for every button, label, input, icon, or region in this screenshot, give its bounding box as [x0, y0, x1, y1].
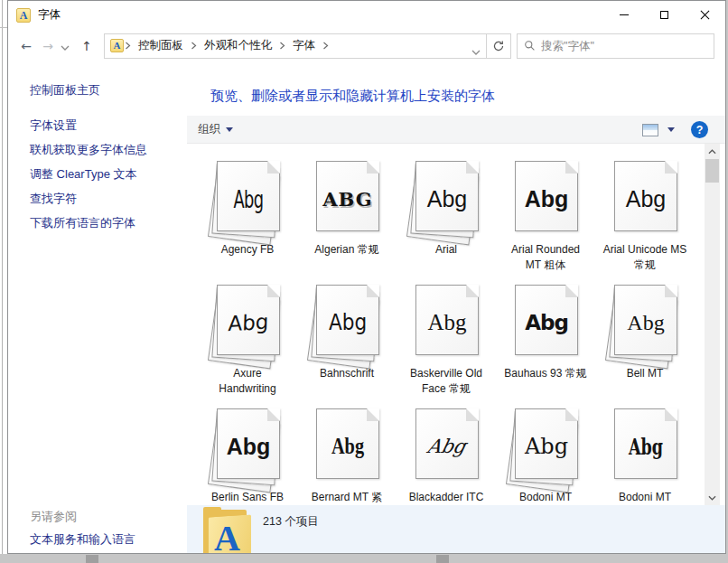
up-button[interactable]: ↑	[75, 39, 98, 53]
font-item[interactable]: Abg Agency FB	[198, 159, 297, 283]
font-item[interactable]: Abg Bahnschrift	[297, 283, 397, 407]
font-preview-glyph: Abg	[516, 286, 577, 354]
organize-button[interactable]: 组织	[198, 122, 233, 137]
minimize-button[interactable]	[603, 1, 644, 29]
sidebar-item[interactable]: 联机获取更多字体信息	[30, 142, 187, 157]
sidebar-item[interactable]: 查找字符	[30, 191, 187, 206]
status-bar: A 213 个项目	[187, 505, 725, 553]
font-item-label: Agency FB	[204, 242, 291, 258]
help-button[interactable]: ?	[691, 121, 708, 138]
breadcrumb-item[interactable]: 控制面板	[134, 38, 188, 53]
background-window-edge	[436, 555, 449, 563]
font-preview-glyph: Abg	[516, 162, 577, 230]
search-box[interactable]	[517, 33, 714, 59]
address-dropdown-chevron[interactable]	[471, 42, 481, 59]
font-item[interactable]: Abg Baskerville Old Face 常规	[397, 283, 496, 407]
font-item-label: Bodoni MT	[602, 490, 688, 505]
font-item[interactable]: Abg Blackadder ITC	[397, 407, 496, 505]
font-preview-glyph: Abg	[217, 284, 281, 356]
font-preview-glyph: Abg	[516, 409, 577, 478]
font-file-icon: Abg	[508, 407, 583, 486]
font-item-label: Bodoni MT	[502, 490, 589, 505]
font-preview-glyph: Abg	[218, 409, 279, 478]
change-view-button[interactable]	[642, 124, 658, 136]
refresh-button[interactable]	[487, 33, 511, 59]
font-file-icon: Abg	[607, 407, 683, 486]
font-file-icon: Abg	[607, 283, 683, 362]
breadcrumb-separator-chevron[interactable]	[278, 42, 286, 50]
fonts-location-icon: A	[110, 39, 124, 52]
font-preview-glyph: Abg	[323, 409, 371, 478]
font-item-label: Axure Handwriting	[204, 366, 291, 397]
font-item-label: Bernard MT 紧	[303, 490, 390, 505]
refresh-icon	[492, 40, 505, 52]
font-item[interactable]: ABG Algerian 常规	[297, 159, 397, 283]
font-file-icon: Abg	[210, 283, 285, 362]
font-preview-glyph: Abg	[416, 162, 478, 230]
content-area: 预览、删除或者显示和隐藏计算机上安装的字体 组织 ?	[187, 62, 725, 553]
close-button[interactable]	[685, 1, 725, 29]
breadcrumb-item[interactable]: 字体	[288, 38, 320, 53]
font-list: Abg Agency FB ABG Algerian 常规 Abg Arial …	[187, 144, 725, 505]
breadcrumb-separator-chevron[interactable]	[124, 42, 132, 50]
sidebar-item[interactable]: 下载所有语言的字体	[30, 215, 187, 230]
font-file-icon: Abg	[210, 159, 285, 239]
font-file-icon: Abg	[309, 283, 385, 362]
scroll-down-button[interactable]	[705, 490, 720, 505]
font-preview-glyph: Abg	[615, 286, 677, 354]
font-item[interactable]: Abg Arial Unicode MS 常规	[595, 159, 695, 283]
page-title: 预览、删除或者显示和隐藏计算机上安装的字体	[210, 88, 725, 105]
font-file-icon: Abg	[408, 407, 484, 486]
font-preview-glyph: Abg	[320, 286, 375, 354]
scroll-up-button[interactable]	[705, 144, 720, 159]
font-item-label: Bauhaus 93 常规	[502, 366, 589, 381]
font-item-label: Arial Unicode MS 常规	[602, 242, 688, 273]
command-toolbar: 组织 ?	[187, 116, 725, 144]
font-file-icon: Abg	[508, 283, 583, 362]
font-file-icon: Abg	[607, 159, 683, 239]
font-item-label: Arial Rounded MT 粗体	[502, 242, 589, 273]
maximize-button[interactable]	[644, 1, 685, 29]
breadcrumb-separator-chevron[interactable]	[322, 42, 330, 50]
minimize-icon	[620, 14, 629, 15]
breadcrumb-separator-chevron[interactable]	[190, 42, 198, 50]
breadcrumb-trail: 控制面板外观和个性化字体	[124, 38, 482, 53]
font-item[interactable]: Abg Bauhaus 93 常规	[496, 283, 595, 407]
window-title: 字体	[38, 7, 61, 23]
sidebar-item-control-panel-home[interactable]: 控制面板主页	[30, 82, 187, 99]
recent-locations-chevron[interactable]	[59, 39, 71, 53]
sidebar-item[interactable]: 调整 ClearType 文本	[30, 166, 187, 182]
font-item[interactable]: Abg Berlin Sans FB	[198, 407, 297, 505]
font-item[interactable]: Abg Bernard MT 紧	[297, 407, 397, 505]
font-item[interactable]: Abg Bodoni MT	[496, 407, 595, 505]
font-item[interactable]: Abg Axure Handwriting	[198, 283, 297, 407]
background-window-edge	[86, 555, 98, 563]
forward-button[interactable]: →	[37, 39, 59, 53]
back-button[interactable]: ←	[15, 39, 37, 53]
font-item-label: Bahnschrift	[303, 366, 390, 381]
sidebar-item[interactable]: 字体设置	[30, 117, 187, 133]
address-bar: ← → ↑ A 控制面板外观和个性化字体	[8, 29, 725, 62]
font-preview-glyph: Abg	[416, 286, 478, 354]
search-input[interactable]	[541, 40, 707, 52]
scrollbar-thumb[interactable]	[705, 159, 719, 183]
chevron-down-icon	[226, 127, 233, 132]
font-item[interactable]: Abg Arial	[397, 159, 496, 283]
font-item[interactable]: Abg Bell MT	[595, 283, 695, 407]
font-file-icon: Abg	[210, 407, 285, 486]
fonts-app-icon: A	[16, 8, 31, 23]
font-item[interactable]: Abg Arial Rounded MT 粗体	[496, 159, 595, 283]
view-options-chevron[interactable]	[667, 127, 675, 132]
breadcrumb[interactable]: A 控制面板外观和个性化字体	[104, 33, 487, 59]
breadcrumb-item[interactable]: 外观和个性化	[200, 38, 276, 53]
sidebar-item-text-services[interactable]: 文本服务和输入语言	[30, 531, 135, 548]
font-file-icon: Abg	[508, 159, 583, 239]
font-preview-glyph: Abg	[229, 162, 269, 230]
task-pane: 控制面板主页 字体设置联机获取更多字体信息调整 ClearType 文本查找字符…	[8, 62, 187, 553]
font-item[interactable]: Abg Bodoni MT	[595, 407, 695, 505]
fonts-control-panel-window: A 字体 ← → ↑ A 控制面板外观和个性化字体	[7, 0, 726, 554]
font-item-label: Arial	[403, 242, 490, 258]
desktop-background: A 字体 ← → ↑ A 控制面板外观和个性化字体	[0, 0, 728, 563]
title-bar: A 字体	[8, 1, 725, 29]
vertical-scrollbar[interactable]	[705, 144, 720, 505]
